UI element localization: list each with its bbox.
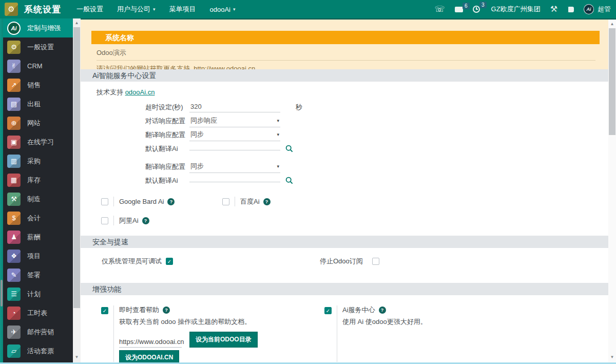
menu-menu-items[interactable]: 菜单项目: [169, 5, 196, 14]
ai-service-center-block: ✓ Ai服务中心 ? 使用 Ai 使odoo更强大好用。: [324, 305, 427, 362]
sidebar-scrollbar-thumb[interactable]: [73, 27, 80, 308]
instant-help-block: ✓ 即时查看帮助 ? 获取有关当前 odoo 操作或主题的帮助文档。 https…: [101, 305, 324, 362]
timeout-input[interactable]: 320: [189, 102, 280, 112]
provider-google-bard: Google Bard Ai ?: [101, 197, 222, 206]
phone-icon[interactable]: ☏: [435, 5, 445, 13]
section-header-ai: Ai智能服务中心设置: [81, 69, 616, 82]
menu-users-company[interactable]: 用户与公司▾: [117, 5, 156, 14]
instant-help-checkbox[interactable]: ✓: [101, 307, 108, 314]
sidebar-item-project[interactable]: ❖ 项目: [3, 246, 73, 265]
top-bar: ⚙ 系统设置 一般设置 用户与公司▾ 菜单项目 odooAi▾ ☏ 6 3 GZ…: [0, 0, 616, 18]
sidebar-item-general-settings[interactable]: ⚙ 一般设置: [3, 37, 73, 56]
docs-book-icon[interactable]: [567, 7, 574, 12]
provider-baidu: 百度Ai ?: [222, 197, 271, 206]
sidebar-item-planning[interactable]: ☰ 计划: [3, 284, 73, 303]
sidebar-item-sign[interactable]: ✎ 签署: [3, 265, 73, 284]
chevron-down-icon: ▾: [153, 7, 156, 12]
accounting-invoice-icon: $: [7, 212, 21, 225]
translate-response-select[interactable]: 同步▾: [189, 129, 280, 141]
sidebar-item-payroll[interactable]: ♟ 薪酬: [3, 227, 73, 246]
check-icon: ✓: [167, 259, 171, 264]
ai-section: 技术支持 odooAi.cn 超时设定(秒) 320 秒 对话响应配置 同步响应…: [81, 82, 616, 236]
help-icon[interactable]: ?: [142, 217, 149, 224]
form-row-chat-response: 对话响应配置 同步响应▾: [145, 114, 616, 128]
content-scrollbar-thumb[interactable]: [609, 28, 615, 135]
help-icon[interactable]: ?: [263, 198, 271, 205]
scroll-down-arrow-icon[interactable]: ▼: [73, 354, 81, 361]
sidebar-item-elearning[interactable]: ▣ 在线学习: [3, 132, 73, 151]
google-bard-checkbox[interactable]: [101, 198, 108, 205]
sidebar-item-website[interactable]: ⊕ 网站: [3, 113, 73, 132]
translate-response-select-2[interactable]: 同步▾: [189, 161, 280, 173]
chat-response-select[interactable]: 同步响应▾: [189, 115, 280, 127]
security-row: 仅系统管理员可调试 ✓ 停止Odoo订阅: [102, 256, 616, 267]
support-link-text[interactable]: 请访问我们的网站获取更多支持. http://www.odooai.cn: [97, 64, 616, 69]
system-name-panel: 系统名称 Odoo演示 请访问我们的网站获取更多支持. http://www.o…: [81, 20, 616, 69]
sidebar-scrollbar[interactable]: ▲ ▼: [73, 18, 81, 362]
email-marketing-plane-icon: ✈: [7, 325, 21, 339]
scroll-down-arrow-icon[interactable]: ▼: [608, 354, 616, 361]
set-odooai-cn-button[interactable]: 设为ODOOAI.CN: [119, 350, 179, 362]
help-icon[interactable]: ?: [167, 198, 175, 205]
search-icon[interactable]: [285, 145, 293, 152]
tech-support-link[interactable]: odooAi.cn: [125, 88, 155, 96]
sidebar-item-timesheet[interactable]: ◔ 工时表: [3, 303, 73, 322]
form-row-default-translate-ai-2: 默认翻译Ai: [145, 174, 616, 187]
sidebar-item-accounting[interactable]: $ 会计: [3, 208, 73, 227]
default-translate-ai-input[interactable]: [189, 147, 280, 150]
sidebar-item-event-tickets[interactable]: ▱ 活动套票: [3, 341, 73, 360]
sidebar-item-crm[interactable]: ✌ CRM: [3, 56, 73, 75]
sign-pen-icon: ✎: [7, 269, 21, 282]
sidebar-item-rental[interactable]: ▤ 出租: [3, 94, 73, 113]
sidebar-item-customize-enhance[interactable]: Ai 定制与增强: [3, 18, 73, 37]
window-left-scrollbar[interactable]: [0, 18, 3, 362]
company-name[interactable]: GZ欧度广州集团: [491, 5, 541, 14]
sales-chart-icon: ↗: [7, 79, 21, 92]
menu-general-settings[interactable]: 一般设置: [76, 5, 103, 14]
tech-support-row: 技术支持 odooAi.cn: [97, 88, 616, 97]
help-icon[interactable]: ?: [379, 306, 386, 314]
project-puzzle-icon: ❖: [7, 250, 21, 263]
scroll-up-arrow-icon[interactable]: ▲: [608, 21, 616, 28]
sidebar-item-purchase[interactable]: ▥ 采购: [3, 151, 73, 170]
manufacturing-wrench-icon: ⚒: [7, 193, 21, 206]
form-row-timeout: 超时设定(秒) 320 秒: [145, 100, 616, 114]
odooai-logo-icon: Ai: [7, 22, 21, 35]
scroll-up-arrow-icon[interactable]: ▲: [73, 20, 81, 27]
app-gear-icon[interactable]: ⚙: [5, 3, 18, 16]
baidu-checkbox[interactable]: [222, 198, 229, 205]
set-current-odoo-dir-button[interactable]: 设为当前ODOO目录: [189, 332, 258, 348]
form-row-translate-response-2: 翻译响应配置 同步▾: [145, 160, 616, 174]
odoo-docs-url-input[interactable]: https://www.odooai.cn: [119, 338, 182, 348]
event-ticket-icon: ▱: [7, 344, 21, 358]
avatar: Ai: [584, 4, 594, 14]
activities-badge: 3: [479, 2, 487, 8]
timeout-unit: 秒: [296, 103, 302, 112]
settings-gear-icon: ⚙: [7, 41, 21, 54]
user-menu[interactable]: Ai 超管: [584, 4, 611, 14]
content-scrollbar[interactable]: ▲ ▼: [608, 20, 616, 362]
sidebar-item-inventory[interactable]: ▦ 库存: [3, 170, 73, 189]
help-icon[interactable]: ?: [163, 306, 170, 314]
provider-ali: 阿里Ai ?: [101, 216, 149, 225]
tools-icon[interactable]: ⚒: [550, 5, 557, 13]
settings-content: 系统名称 Odoo演示 请访问我们的网站获取更多支持. http://www.o…: [81, 18, 616, 362]
activities-clock-icon[interactable]: 3: [473, 6, 480, 13]
system-name-input[interactable]: Odoo演示: [97, 48, 595, 61]
planning-list-icon: ☰: [7, 288, 21, 301]
messages-icon[interactable]: 6: [455, 7, 463, 12]
search-icon[interactable]: [285, 177, 293, 184]
ai-service-center-checkbox[interactable]: ✓: [324, 307, 332, 314]
ali-checkbox[interactable]: [101, 217, 108, 224]
sidebar-item-sales[interactable]: ↗ 销售: [3, 75, 73, 94]
website-globe-icon: ⊕: [7, 117, 21, 130]
menu-odooai[interactable]: odooAi▾: [210, 6, 236, 13]
sidebar-item-email-marketing[interactable]: ✈ 邮件营销: [3, 322, 73, 341]
admin-only-debug-checkbox[interactable]: ✓: [166, 258, 173, 265]
default-translate-ai-input-2[interactable]: [189, 179, 280, 182]
sidebar-item-manufacturing[interactable]: ⚒ 制造: [3, 189, 73, 208]
page-title: 系统设置: [24, 4, 61, 15]
system-name-field-label[interactable]: 系统名称: [91, 31, 600, 44]
stop-odoo-subscription-checkbox[interactable]: [372, 258, 379, 265]
left-scrollbar-thumb[interactable]: [1, 280, 3, 306]
